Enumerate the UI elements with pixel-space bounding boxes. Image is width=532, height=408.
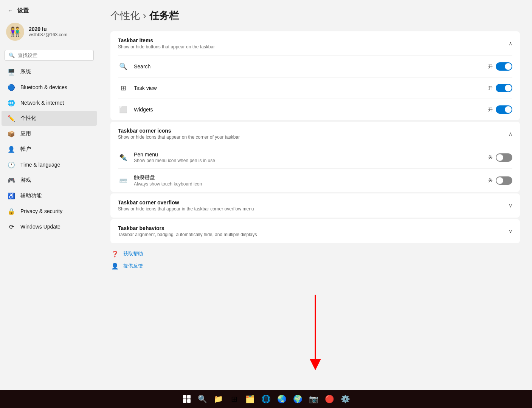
card-taskbar_items: Taskbar items Show or hide buttons that … xyxy=(110,31,520,120)
taskbar-icon-glyph-chrome: 🌏 xyxy=(277,394,287,403)
row-icon-touch_keyboard: ⌨️ xyxy=(118,175,129,186)
sidebar-item-system[interactable]: 🖥️ 系统 xyxy=(2,64,97,79)
chevron-icon-taskbar_behaviors: ∨ xyxy=(509,228,512,234)
toggle-label-widgets: 开 xyxy=(488,107,493,113)
nav-label-windows_update: Windows Update xyxy=(20,224,60,230)
breadcrumb-parent: 个性化 xyxy=(110,9,140,22)
row-control-touch_keyboard: 关 xyxy=(488,176,512,185)
sidebar-item-network[interactable]: 🌐 Network & internet xyxy=(2,95,97,110)
card-taskbar_corner_overflow: Taskbar corner overflow Show or hide ico… xyxy=(110,193,520,218)
row-title-taskview: Task view xyxy=(134,85,483,91)
card-subtitle-taskbar_corner_icons: Show or hide icons that appear on the co… xyxy=(118,134,240,140)
taskbar-icon-app1[interactable]: 📷 xyxy=(306,391,321,406)
win-quad-4 xyxy=(187,399,191,403)
taskbar-icon-file_explorer[interactable]: 📁 xyxy=(211,391,226,406)
win-quad-1 xyxy=(183,395,186,399)
card-subtitle-taskbar_corner_overflow: Show or hide icons that appear in the ta… xyxy=(118,206,254,212)
card-title-taskbar_corner_icons: Taskbar corner icons xyxy=(118,128,240,134)
row-icon-pen_menu: ✒️ xyxy=(118,152,129,163)
card-row-touch_keyboard: ⌨️ 触摸键盘 Always show touch keyboard icon … xyxy=(110,169,520,192)
toggle-touch_keyboard[interactable] xyxy=(496,176,512,185)
back-button[interactable]: ← xyxy=(6,6,14,15)
sidebar-item-accessibility[interactable]: ♿ 辅助功能 xyxy=(2,188,97,203)
sidebar-item-apps[interactable]: 📦 应用 xyxy=(2,126,97,141)
sidebar-item-bluetooth[interactable]: 🔵 Bluetooth & devices xyxy=(2,80,97,95)
toggle-widgets[interactable] xyxy=(496,105,512,114)
card-header-taskbar_corner_icons[interactable]: Taskbar corner icons Show or hide icons … xyxy=(110,122,520,146)
toggle-slider-widgets xyxy=(496,105,512,114)
card-header-info-taskbar_items: Taskbar items Show or hide buttons that … xyxy=(118,37,215,49)
search-input[interactable] xyxy=(18,53,90,58)
nav-label-network: Network & internet xyxy=(20,100,64,106)
search-box[interactable]: 🔍 xyxy=(5,50,94,61)
toggle-slider-touch_keyboard xyxy=(496,176,512,185)
toggle-search[interactable] xyxy=(496,62,512,71)
sidebar-item-accounts[interactable]: 👤 帐户 xyxy=(2,142,97,157)
taskbar-icon-glyph-widgets_tb: ⊞ xyxy=(231,394,237,403)
help-link-get_help[interactable]: ❓ 获取帮助 xyxy=(110,249,520,258)
windows-logo xyxy=(183,395,191,403)
card-row-taskview: ⊞ Task view 开 xyxy=(110,77,520,99)
row-control-search: 开 xyxy=(488,62,512,71)
card-header-taskbar_items[interactable]: Taskbar items Show or hide buttons that … xyxy=(110,31,520,56)
row-subtitle-pen_menu: Show pen menu icon when pen is in use xyxy=(134,158,483,163)
sidebar-item-gaming[interactable]: 🎮 游戏 xyxy=(2,173,97,188)
row-content-taskview: Task view xyxy=(134,85,483,91)
taskbar-icon-glyph-search_tb: 🔍 xyxy=(198,394,207,403)
card-header-taskbar_behaviors[interactable]: Taskbar behaviors Taskbar alignment, bad… xyxy=(110,219,520,243)
nav-label-apps: 应用 xyxy=(20,130,31,137)
card-header-info-taskbar_behaviors: Taskbar behaviors Taskbar alignment, bad… xyxy=(118,225,257,237)
row-title-touch_keyboard: 触摸键盘 xyxy=(134,174,483,181)
row-control-taskview: 开 xyxy=(488,84,512,92)
nav-icon-accessibility: ♿ xyxy=(8,192,15,199)
nav-icon-apps: 📦 xyxy=(8,130,15,138)
taskbar-icon-glyph-browser2: 🌍 xyxy=(293,394,302,403)
avatar-emoji: 👫 xyxy=(9,26,21,37)
taskbar-icon-app2[interactable]: 🔴 xyxy=(322,391,337,406)
row-content-search: Search xyxy=(134,63,483,70)
toggle-taskview[interactable] xyxy=(496,84,512,92)
taskbar-icons: 🔍📁⊞🗂️🌐🌏🌍📷🔴⚙️ xyxy=(179,391,353,406)
user-email: wslbb87@163.com xyxy=(29,32,67,37)
nav-label-gaming: 游戏 xyxy=(20,177,31,184)
chevron-icon-taskbar_corner_overflow: ∨ xyxy=(509,202,512,209)
help-links: ❓ 获取帮助 👤 提供反馈 xyxy=(110,249,520,270)
back-icon: ← xyxy=(8,8,13,14)
chevron-icon-taskbar_items: ∧ xyxy=(509,40,512,46)
sidebar-header: ← 设置 xyxy=(0,0,98,18)
sidebar-item-windows_update[interactable]: ⟳ Windows Update xyxy=(2,219,97,234)
help-link-feedback[interactable]: 👤 提供反馈 xyxy=(110,261,520,270)
taskbar-icon-settings_tb[interactable]: ⚙️ xyxy=(338,391,353,406)
taskbar-icon-browser2[interactable]: 🌍 xyxy=(290,391,306,406)
sidebar-item-time[interactable]: 🕐 Time & language xyxy=(2,157,97,172)
taskbar-icon-glyph-app1: 📷 xyxy=(309,394,318,403)
taskbar-icon-chrome[interactable]: 🌏 xyxy=(275,391,290,406)
nav-icon-gaming: 🎮 xyxy=(8,176,15,184)
toggle-slider-search xyxy=(496,62,512,71)
nav-label-privacy: Privacy & security xyxy=(20,208,62,214)
help-icon-get_help: ❓ xyxy=(110,249,119,258)
toggle-label-pen_menu: 关 xyxy=(488,154,493,161)
taskbar-icon-search_tb[interactable]: 🔍 xyxy=(195,391,210,406)
card-taskbar_corner_icons: Taskbar corner icons Show or hide icons … xyxy=(110,122,520,192)
user-section[interactable]: 👫 2020 lu wslbb87@163.com xyxy=(0,18,98,45)
card-title-taskbar_behaviors: Taskbar behaviors xyxy=(118,225,257,231)
nav-label-accounts: 帐户 xyxy=(20,146,31,153)
card-row-pen_menu: ✒️ Pen menu Show pen menu icon when pen … xyxy=(110,146,520,168)
toggle-pen_menu[interactable] xyxy=(496,153,512,162)
taskbar-icon-start[interactable] xyxy=(179,391,194,406)
sidebar-item-privacy[interactable]: 🔒 Privacy & security xyxy=(2,204,97,219)
nav-icon-privacy: 🔒 xyxy=(8,207,15,215)
nav-label-accessibility: 辅助功能 xyxy=(20,192,42,199)
row-content-widgets: Widgets xyxy=(134,107,483,113)
row-title-search: Search xyxy=(134,63,483,70)
taskbar-icon-folder[interactable]: 🗂️ xyxy=(243,391,258,406)
row-icon-widgets: ⬜ xyxy=(118,104,129,115)
taskbar-icon-glyph-file_explorer: 📁 xyxy=(214,394,223,403)
card-header-taskbar_corner_overflow[interactable]: Taskbar corner overflow Show or hide ico… xyxy=(110,193,520,218)
card-header-info-taskbar_corner_icons: Taskbar corner icons Show or hide icons … xyxy=(118,128,240,140)
breadcrumb-current: 任务栏 xyxy=(149,9,179,22)
taskbar-icon-widgets_tb[interactable]: ⊞ xyxy=(227,391,242,406)
sidebar-item-personalization[interactable]: ✏️ 个性化 xyxy=(2,111,97,126)
taskbar-icon-browser1[interactable]: 🌐 xyxy=(259,391,274,406)
